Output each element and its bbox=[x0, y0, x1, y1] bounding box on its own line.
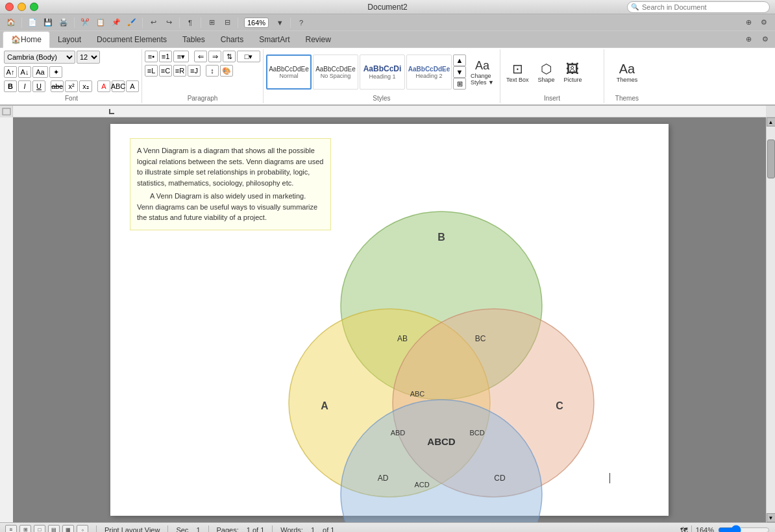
paste-btn[interactable]: 📌 bbox=[109, 16, 123, 29]
line-spacing-btn[interactable]: ↕ bbox=[206, 65, 219, 77]
view-btn-4[interactable]: ▤ bbox=[48, 525, 60, 533]
save-btn[interactable]: 💾 bbox=[41, 16, 55, 29]
tab-home[interactable]: 🏠 Home bbox=[3, 31, 50, 48]
view-btn-2[interactable]: ⊞ bbox=[19, 525, 31, 533]
picture-btn[interactable]: 🖼 Picture bbox=[560, 54, 585, 90]
font-name-select[interactable]: Cambria (Body) bbox=[4, 51, 75, 64]
view-btn-5[interactable]: ▦ bbox=[62, 525, 74, 533]
tab-review[interactable]: Review bbox=[297, 31, 338, 48]
vertical-ruler-svg bbox=[0, 117, 13, 522]
help-btn[interactable]: ? bbox=[294, 16, 308, 29]
document-scroll-area[interactable]: A Venn Diagram is a diagram that shows a… bbox=[13, 117, 766, 522]
shape-btn[interactable]: ⬡ Shape bbox=[534, 54, 558, 90]
tab-layout[interactable]: Layout bbox=[50, 31, 89, 48]
new-btn[interactable]: 📄 bbox=[25, 16, 40, 29]
paragraph-section: ≡• ≡1 ≡▾ ⇐ ⇒ ⇅ □▾ ≡L ≡C ≡R ≡J ↕ 🎨 Paragr… bbox=[142, 49, 264, 103]
cut-btn[interactable]: ✂️ bbox=[78, 16, 92, 29]
strikethrough-btn[interactable]: abc bbox=[51, 80, 64, 92]
view-btn[interactable]: ⊞ bbox=[204, 16, 219, 29]
outline-btn[interactable]: ≡▾ bbox=[173, 51, 189, 62]
bold-btn[interactable]: B bbox=[4, 80, 17, 92]
map-icon: 🗺 bbox=[680, 526, 687, 533]
view-btn-3[interactable]: □ bbox=[34, 525, 45, 533]
clear-format-btn[interactable]: ✦ bbox=[49, 66, 62, 78]
para-row-1: ≡• ≡1 ≡▾ ⇐ ⇒ ⇅ □▾ bbox=[145, 51, 260, 62]
borders-btn[interactable]: □▾ bbox=[237, 51, 260, 62]
ribbon-settings-btn[interactable]: ⚙ bbox=[758, 33, 772, 46]
ribbon-expand-btn[interactable]: ⊕ bbox=[741, 33, 756, 46]
style-no-spacing[interactable]: AaBbCcDdEe No Spacing bbox=[313, 54, 358, 90]
redo-btn[interactable]: ↪ bbox=[162, 16, 176, 29]
underline-btn[interactable]: U bbox=[32, 80, 45, 92]
scroll-up-btn[interactable]: ▲ bbox=[767, 117, 776, 127]
undo-btn[interactable]: ↩ bbox=[146, 16, 160, 29]
scroll-thumb[interactable] bbox=[767, 139, 775, 178]
settings-btn[interactable]: ⚙ bbox=[757, 16, 771, 29]
textbox-icon: ⊡ bbox=[512, 61, 523, 77]
paragraph-marks-btn[interactable]: ¶ bbox=[183, 16, 197, 29]
subscript-btn[interactable]: x₂ bbox=[79, 80, 92, 92]
font-color2-btn[interactable]: A bbox=[126, 80, 139, 92]
style-normal[interactable]: AaBbCcDdEe Normal bbox=[266, 54, 312, 90]
styles-more-btn[interactable]: ⊞ bbox=[453, 78, 466, 90]
superscript-btn[interactable]: x² bbox=[65, 80, 78, 92]
outdent-btn[interactable]: ⇐ bbox=[194, 51, 207, 62]
vertical-ruler bbox=[0, 117, 13, 522]
font-case-btn[interactable]: Aa bbox=[32, 66, 48, 78]
sidebar-expand-btn[interactable]: ⊕ bbox=[741, 16, 756, 29]
vertical-scrollbar[interactable]: ▲ ▼ bbox=[766, 117, 775, 522]
scroll-track[interactable] bbox=[767, 127, 776, 513]
themes-btn[interactable]: Aa Themes bbox=[613, 54, 641, 90]
tab-document-elements[interactable]: Document Elements bbox=[89, 31, 175, 48]
minimize-button[interactable] bbox=[18, 3, 26, 11]
style-heading1[interactable]: AaBbCcDi Heading 1 bbox=[360, 54, 405, 90]
textbox-btn[interactable]: ⊡ Text Box bbox=[503, 54, 532, 90]
format-btn[interactable]: 🖌️ bbox=[125, 16, 139, 29]
window-controls[interactable] bbox=[5, 3, 38, 11]
scroll-down-btn[interactable]: ▼ bbox=[767, 513, 776, 522]
font-color-btn[interactable]: A bbox=[97, 80, 110, 92]
align-left-btn[interactable]: ≡L bbox=[145, 65, 158, 77]
copy-btn[interactable]: 📋 bbox=[93, 16, 108, 29]
paragraph-section-label: Paragraph bbox=[145, 93, 260, 102]
shading-btn[interactable]: 🎨 bbox=[220, 65, 233, 77]
numbering-btn[interactable]: ≡1 bbox=[159, 51, 172, 62]
align-center-btn[interactable]: ≡C bbox=[159, 65, 172, 77]
zoom-display[interactable]: 164% bbox=[244, 18, 269, 28]
bullets-btn[interactable]: ≡• bbox=[145, 51, 158, 62]
status-divider-4 bbox=[272, 526, 273, 533]
view-btn-6[interactable]: ⬦ bbox=[77, 525, 88, 533]
print-btn[interactable]: 🖨️ bbox=[56, 16, 71, 29]
words-end: of 1 bbox=[323, 526, 334, 533]
increase-font-btn[interactable]: A↑ bbox=[4, 66, 17, 78]
align-right-btn[interactable]: ≡R bbox=[173, 65, 186, 77]
search-input[interactable] bbox=[627, 1, 770, 13]
tab-charts[interactable]: Charts bbox=[213, 31, 251, 48]
zoom-arrow[interactable]: ▼ bbox=[273, 16, 287, 29]
italic-btn[interactable]: I bbox=[18, 80, 31, 92]
style-heading2[interactable]: AaBbCcDdEe Heading 2 bbox=[406, 54, 452, 90]
indent-btn[interactable]: ⇒ bbox=[208, 51, 221, 62]
tab-tables[interactable]: Tables bbox=[175, 31, 213, 48]
tab-smartart[interactable]: SmartArt bbox=[251, 31, 297, 48]
section-num: 1 bbox=[196, 526, 200, 533]
styles-gallery: AaBbCcDdEe Normal AaBbCcDdEe No Spacing … bbox=[266, 54, 452, 90]
ruler-corner-icon bbox=[0, 106, 13, 117]
maximize-button[interactable] bbox=[30, 3, 38, 11]
close-button[interactable] bbox=[5, 3, 14, 11]
change-styles-btn[interactable]: Aa ChangeStyles ▼ bbox=[467, 54, 497, 90]
styles-up-btn[interactable]: ▲ bbox=[453, 54, 466, 66]
home-quick-btn[interactable]: 🏠 bbox=[4, 16, 18, 29]
sort-btn[interactable]: ⇅ bbox=[223, 51, 236, 62]
styles-down-btn[interactable]: ▼ bbox=[453, 66, 466, 78]
decrease-font-btn[interactable]: A↓ bbox=[18, 66, 31, 78]
justify-btn[interactable]: ≡J bbox=[188, 65, 201, 77]
zoom-slider[interactable] bbox=[718, 527, 770, 533]
highlight-btn[interactable]: ABC bbox=[112, 80, 125, 92]
tab-stop-left[interactable] bbox=[109, 106, 114, 117]
label-abcd: ABCD bbox=[427, 436, 455, 447]
view-btn-1[interactable]: ≡ bbox=[5, 525, 17, 533]
view2-btn[interactable]: ⊟ bbox=[220, 16, 234, 29]
font-size-select[interactable]: 12 bbox=[77, 51, 100, 64]
quick-access-toolbar: 🏠 📄 💾 🖨️ ✂️ 📋 📌 🖌️ ↩ ↪ ¶ ⊞ ⊟ 164% ▼ ? ⊕ … bbox=[0, 14, 775, 31]
